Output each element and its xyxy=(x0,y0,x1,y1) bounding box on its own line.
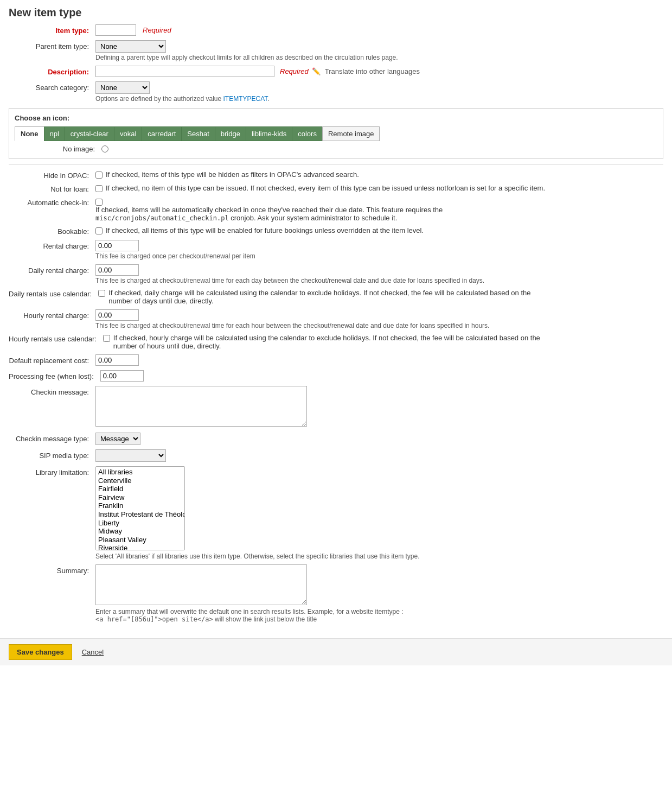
icon-tab-crystal-clear[interactable]: crystal-clear xyxy=(65,126,114,141)
item-type-required: Required xyxy=(143,26,171,34)
default-replacement-cost-input[interactable] xyxy=(95,354,139,366)
icon-tab-none[interactable]: None xyxy=(15,126,44,141)
no-image-radio[interactable] xyxy=(101,145,108,153)
description-input[interactable] xyxy=(95,66,274,77)
parent-item-type-select[interactable]: None xyxy=(95,40,166,53)
hourly-rentals-calendar-checkbox[interactable] xyxy=(103,335,110,342)
description-label: Description: xyxy=(9,66,95,76)
automatic-checkin-label: Automatic check-in: xyxy=(9,198,95,207)
summary-example-suffix: will show the link just below the title xyxy=(215,615,317,623)
icon-tab-vokal[interactable]: vokal xyxy=(114,126,142,141)
hourly-rental-charge-label: Hourly rental charge: xyxy=(9,309,95,320)
icon-tab-npl[interactable]: npl xyxy=(44,126,65,141)
icon-section-title: Choose an icon: xyxy=(15,114,657,122)
checkin-message-textarea[interactable] xyxy=(95,386,307,427)
search-category-select[interactable]: None xyxy=(95,81,150,94)
summary-example-code: <a href="[856u]">open site</a> xyxy=(95,615,213,623)
item-type-input[interactable] xyxy=(95,24,136,36)
icon-tabs: None npl crystal-clear vokal carredart S… xyxy=(15,126,657,141)
hide-opac-hint: If checked, items of this type will be h… xyxy=(106,170,359,179)
library-limitation-hint: Select 'All libraries' if all libraries … xyxy=(95,553,421,560)
icon-section: Choose an icon: None npl crystal-clear v… xyxy=(9,108,663,159)
checkin-message-type-label: Checkin message type: xyxy=(9,433,95,443)
automatic-checkin-checkbox[interactable] xyxy=(95,199,103,206)
icon-tab-liblime-kids[interactable]: liblime-kids xyxy=(246,126,292,141)
library-limitation-select[interactable]: All libraries Centerville Fairfield Fair… xyxy=(95,466,185,550)
icon-tab-colors[interactable]: colors xyxy=(292,126,323,141)
library-limitation-label: Library limitation: xyxy=(9,466,95,477)
footer-bar: Save changes Cancel xyxy=(0,638,672,665)
checkin-message-label: Checkin message: xyxy=(9,386,95,396)
summary-textarea[interactable] xyxy=(95,564,307,605)
daily-rental-charge-hint: This fee is charged at checkout/renewal … xyxy=(95,277,663,284)
daily-rental-charge-label: Daily rental charge: xyxy=(9,264,95,275)
description-required: Required xyxy=(280,67,309,75)
bookable-hint: If checked, all items of this type will … xyxy=(106,226,424,234)
rental-charge-hint: This fee is charged once per checkout/re… xyxy=(95,252,663,260)
icon-tab-seshat[interactable]: Seshat xyxy=(181,126,215,141)
page-title: New item type xyxy=(0,0,672,24)
not-for-loan-checkbox[interactable] xyxy=(95,185,103,192)
rental-charge-input[interactable] xyxy=(95,240,139,251)
cancel-button[interactable]: Cancel xyxy=(76,645,109,659)
translate-link[interactable]: Translate into other languages xyxy=(325,67,420,75)
hide-opac-checkbox[interactable] xyxy=(95,172,103,179)
search-category-label: Search category: xyxy=(9,81,95,92)
summary-hint: Enter a summary that will overwrite the … xyxy=(95,608,663,623)
summary-label: Summary: xyxy=(9,564,95,575)
rental-charge-label: Rental charge: xyxy=(9,240,95,250)
default-replacement-cost-label: Default replacement cost: xyxy=(9,354,95,365)
parent-item-type-label: Parent item type: xyxy=(9,40,95,50)
automatic-checkin-hint: If checked, items will be automatically … xyxy=(95,206,540,222)
checkin-message-type-select[interactable]: Message Alert xyxy=(95,433,140,445)
hourly-rental-charge-input[interactable] xyxy=(95,309,139,321)
parent-item-type-hint: Defining a parent type will apply checko… xyxy=(95,54,421,61)
sip-media-type-select[interactable] xyxy=(95,449,166,462)
itemtypecat-link[interactable]: ITEMTYPECAT xyxy=(223,95,268,103)
hourly-rentals-calendar-label: Hourly rentals use calendar: xyxy=(9,334,103,343)
search-category-hint: Options are defined by the authorized va… xyxy=(95,95,663,103)
processing-fee-input[interactable] xyxy=(100,370,144,382)
no-image-label: No image: xyxy=(15,145,101,153)
processing-fee-label: Processing fee (when lost): xyxy=(9,370,100,380)
daily-rentals-calendar-checkbox[interactable] xyxy=(98,290,105,297)
not-for-loan-label: Not for loan: xyxy=(9,184,95,193)
hourly-rental-charge-hint: This fee is charged at checkout/renewal … xyxy=(95,322,663,329)
icon-tab-carredart[interactable]: carredart xyxy=(142,126,182,141)
not-for-loan-hint: If checked, no item of this type can be … xyxy=(106,184,545,192)
icon-tab-bridge[interactable]: bridge xyxy=(215,126,246,141)
icon-tab-remote-image[interactable]: Remote image xyxy=(322,126,380,141)
item-type-label: Item type: xyxy=(9,24,95,35)
daily-rentals-calendar-label: Daily rentals use calendar: xyxy=(9,289,98,298)
sip-media-type-label: SIP media type: xyxy=(9,449,95,460)
section-divider-1 xyxy=(9,164,663,165)
hourly-rentals-calendar-hint: If checked, hourly charge will be calcul… xyxy=(113,334,548,350)
bookable-label: Bookable: xyxy=(9,226,95,236)
hide-opac-label: Hide in OPAC: xyxy=(9,170,95,180)
bookable-checkbox[interactable] xyxy=(95,227,103,234)
daily-rentals-calendar-hint: If checked, daily charge will be calcula… xyxy=(108,289,543,305)
daily-rental-charge-input[interactable] xyxy=(95,264,139,276)
save-button[interactable]: Save changes xyxy=(9,644,72,660)
